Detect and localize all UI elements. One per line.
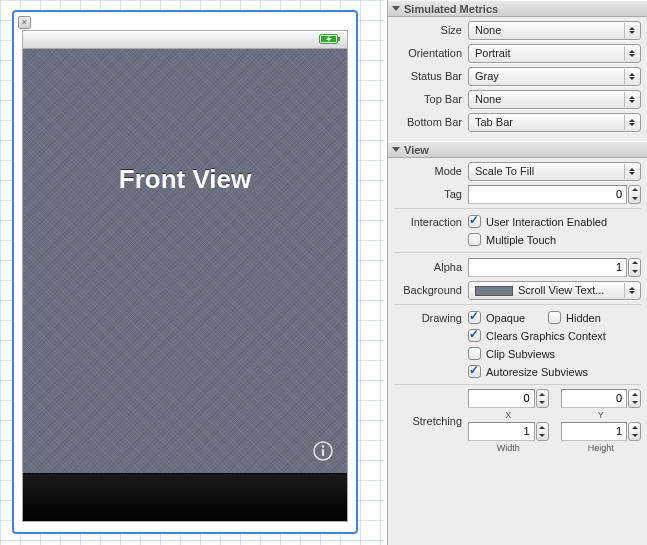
orientation-label: Orientation bbox=[394, 47, 468, 59]
autoresize-subviews-checkbox[interactable] bbox=[468, 365, 481, 378]
stretch-x-field[interactable]: 0 bbox=[468, 389, 535, 408]
alpha-label: Alpha bbox=[394, 261, 468, 273]
stretching-label: Stretching bbox=[394, 415, 468, 427]
alpha-stepper[interactable] bbox=[628, 258, 641, 277]
statusbar-label: Status Bar bbox=[394, 70, 468, 82]
close-icon[interactable]: × bbox=[18, 16, 31, 29]
autoresize-subviews-label: Autoresize Subviews bbox=[486, 366, 588, 378]
size-label: Size bbox=[394, 24, 468, 36]
clip-subviews-checkbox[interactable] bbox=[468, 347, 481, 360]
stretch-width-field[interactable]: 1 bbox=[468, 422, 535, 441]
canvas-area: × Front View bbox=[0, 0, 384, 545]
chevron-updown-icon bbox=[624, 115, 638, 130]
battery-charging-icon bbox=[319, 34, 341, 44]
multiple-touch-checkbox[interactable] bbox=[468, 233, 481, 246]
stretch-y-field[interactable]: 0 bbox=[561, 389, 628, 408]
background-label: Background bbox=[394, 284, 468, 296]
tag-stepper[interactable] bbox=[628, 185, 641, 204]
stretch-x-stepper[interactable] bbox=[536, 389, 549, 408]
section-title: View bbox=[404, 144, 429, 156]
chevron-updown-icon bbox=[624, 46, 638, 61]
status-bar bbox=[23, 31, 347, 49]
section-simulated-metrics[interactable]: Simulated Metrics bbox=[388, 0, 647, 17]
mode-label: Mode bbox=[394, 165, 468, 177]
section-view[interactable]: View bbox=[388, 141, 647, 158]
chevron-updown-icon bbox=[624, 164, 638, 179]
tag-label: Tag bbox=[394, 188, 468, 200]
hidden-label: Hidden bbox=[566, 312, 601, 324]
clears-graphics-checkbox[interactable] bbox=[468, 329, 481, 342]
orientation-popup[interactable]: Portrait bbox=[468, 44, 641, 63]
stretch-height-field[interactable]: 1 bbox=[561, 422, 628, 441]
stretch-y-sublabel: Y bbox=[561, 410, 642, 420]
multiple-touch-label: Multiple Touch bbox=[486, 234, 556, 246]
tab-bar[interactable] bbox=[23, 473, 347, 521]
svg-rect-1 bbox=[338, 37, 340, 41]
bottombar-label: Bottom Bar bbox=[394, 116, 468, 128]
chevron-updown-icon bbox=[624, 23, 638, 38]
user-interaction-checkbox[interactable] bbox=[468, 215, 481, 228]
stretch-x-sublabel: X bbox=[468, 410, 549, 420]
hidden-checkbox[interactable] bbox=[548, 311, 561, 324]
device-frame[interactable]: × Front View bbox=[12, 10, 358, 534]
opaque-label: Opaque bbox=[486, 312, 548, 324]
stretch-y-stepper[interactable] bbox=[628, 389, 641, 408]
stretch-height-stepper[interactable] bbox=[628, 422, 641, 441]
drawing-label: Drawing bbox=[394, 312, 468, 324]
chevron-updown-icon bbox=[624, 283, 638, 298]
info-icon[interactable] bbox=[313, 441, 333, 461]
clears-graphics-label: Clears Graphics Context bbox=[486, 330, 606, 342]
chevron-updown-icon bbox=[624, 92, 638, 107]
stretch-width-stepper[interactable] bbox=[536, 422, 549, 441]
statusbar-popup[interactable]: Gray bbox=[468, 67, 641, 86]
mode-popup[interactable]: Scale To Fill bbox=[468, 162, 641, 181]
section-title: Simulated Metrics bbox=[404, 3, 498, 15]
chevron-updown-icon bbox=[624, 69, 638, 84]
view-title-label: Front View bbox=[23, 164, 347, 195]
size-popup[interactable]: None bbox=[468, 21, 641, 40]
main-view[interactable]: Front View bbox=[23, 49, 347, 473]
inspector-panel: Simulated Metrics Size None Orientation … bbox=[387, 0, 647, 545]
clip-subviews-label: Clip Subviews bbox=[486, 348, 555, 360]
disclosure-triangle-icon bbox=[392, 6, 400, 11]
tag-field[interactable]: 0 bbox=[468, 185, 627, 204]
alpha-field[interactable]: 1 bbox=[468, 258, 627, 277]
topbar-label: Top Bar bbox=[394, 93, 468, 105]
disclosure-triangle-icon bbox=[392, 147, 400, 152]
user-interaction-label: User Interaction Enabled bbox=[486, 216, 607, 228]
stretch-width-sublabel: Width bbox=[468, 443, 549, 453]
svg-rect-6 bbox=[322, 449, 324, 456]
color-swatch bbox=[475, 286, 513, 296]
background-popup[interactable]: Scroll View Text... bbox=[468, 281, 641, 300]
bottombar-popup[interactable]: Tab Bar bbox=[468, 113, 641, 132]
topbar-popup[interactable]: None bbox=[468, 90, 641, 109]
stretch-height-sublabel: Height bbox=[561, 443, 642, 453]
svg-point-5 bbox=[322, 445, 325, 448]
interaction-label: Interaction bbox=[394, 216, 468, 228]
opaque-checkbox[interactable] bbox=[468, 311, 481, 324]
device-screen: Front View bbox=[22, 30, 348, 522]
